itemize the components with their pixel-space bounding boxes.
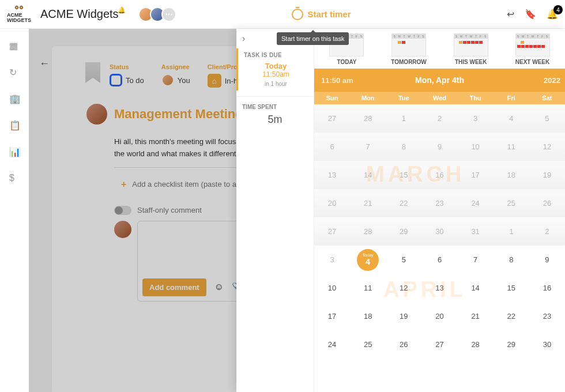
time-spent-value[interactable]: 5m [242,114,308,126]
start-timer-tooltip: Start timer on this task [277,32,349,45]
member-avatars[interactable]: ⋯ [142,7,176,22]
tasks-icon[interactable]: 📋 [9,120,20,130]
undo-icon[interactable]: ↩ [507,9,514,20]
calendar-day[interactable]: 27 [421,330,457,359]
calendar-day[interactable]: 19 [386,302,421,330]
due-day[interactable]: Today [244,62,308,70]
calendar-day[interactable]: 6 [314,133,350,161]
calendar-day[interactable]: 28 [350,217,386,246]
reports-icon[interactable]: 📊 [9,146,20,157]
preset-this-week[interactable]: SMTWTFS THIS WEEK [454,33,488,65]
calendar-day[interactable]: 28 [350,104,386,133]
calendar-day[interactable]: 11 [494,133,529,161]
calendar-day[interactable]: 20 [314,189,350,217]
calendar-day[interactable]: 27 [314,217,350,246]
calendar-day[interactable]: 23 [529,302,565,330]
recent-icon[interactable]: ↻ [9,67,20,77]
calendar-day[interactable]: 21 [350,189,386,217]
due-date-panel: › TASK IS DUE Today 11:50am in 1 hour TI… [236,29,565,392]
board-icon[interactable]: ▦ [9,40,20,51]
calendar-day[interactable]: 18 [350,302,386,330]
calendar-day[interactable]: 26 [386,330,421,359]
calendar-day[interactable]: 5 [386,246,421,274]
company-name: ACME Widgets 🔔 [40,7,119,21]
calendar-day[interactable]: 16 [529,274,565,302]
calendar-day[interactable]: Today4 [350,246,386,274]
calendar-day[interactable]: 20 [421,302,457,330]
notif-count: 4 [553,5,563,14]
time-spent-label: TIME SPENT [242,104,308,110]
calendar-day[interactable]: 25 [350,330,386,359]
calendar-day[interactable]: 1 [494,217,529,246]
topbar: ACMEWIDGETS ACME Widgets 🔔 ⋯ Start timer… [0,0,565,29]
avatar-more[interactable]: ⋯ [161,7,176,22]
calendar-day[interactable]: 22 [494,302,529,330]
calendar-day[interactable]: 26 [529,189,565,217]
preset-next-week[interactable]: SMTWTFS NEXT WEEK [515,33,550,65]
calendar-day[interactable]: 13 [314,161,350,189]
calendar-day[interactable]: 9 [529,246,565,274]
calendar-day[interactable]: 12 [386,274,421,302]
calendar-day[interactable]: 1 [386,104,421,133]
stopwatch-icon [292,9,303,20]
calendar-day[interactable]: 17 [314,302,350,330]
logo[interactable]: ACMEWIDGETS [7,6,31,22]
calendar-day[interactable]: 23 [421,189,457,217]
left-rail: ▦ ↻ 🏢 📋 📊 $ [0,29,29,392]
calendar-day[interactable]: 27 [314,104,350,133]
calendar-day[interactable]: 13 [421,274,457,302]
calendar-day[interactable]: 30 [529,330,565,359]
calendar-day[interactable]: 3 [458,104,494,133]
calendar-day[interactable]: 17 [458,161,494,189]
calendar-day[interactable]: 7 [458,246,494,274]
calendar-day[interactable]: 2 [529,217,565,246]
calendar-day[interactable]: 15 [494,274,529,302]
calendar-day[interactable]: 16 [421,161,457,189]
calendar-day[interactable]: 8 [494,246,529,274]
calendar-day[interactable]: 24 [458,189,494,217]
calendar-day[interactable]: 28 [458,330,494,359]
calendar-date: Mon, Apr 4th [415,76,464,85]
calendar-day[interactable]: 3 [314,246,350,274]
calendar-day[interactable]: 11 [350,274,386,302]
calendar-day[interactable]: 14 [350,161,386,189]
task-due-label: TASK IS DUE [244,52,308,58]
projects-icon[interactable]: 🏢 [9,93,20,104]
calendar-day[interactable]: 24 [314,330,350,359]
calendar-day[interactable]: 31 [458,217,494,246]
calendar-day[interactable]: 21 [458,302,494,330]
calendar-day[interactable]: 7 [350,133,386,161]
calendar-day[interactable]: 14 [458,274,494,302]
calendar-day[interactable]: 25 [494,189,529,217]
start-timer-button[interactable]: Start timer [292,9,351,20]
calendar-day[interactable]: 22 [386,189,421,217]
dow-row: Sun Mon Tue Wed Thu Fri Sat [314,92,565,104]
calendar-day[interactable]: 10 [314,274,350,302]
calendar-day[interactable]: 15 [386,161,421,189]
calendar-day[interactable]: 18 [494,161,529,189]
preset-tomorrow[interactable]: SMTWTFS TOMORROW [391,33,426,65]
calendar-day[interactable]: 2 [421,104,457,133]
due-relative: in 1 hour [244,81,308,87]
calendar-day[interactable]: 6 [421,246,457,274]
calendar-year: 2022 [544,76,560,85]
billing-icon[interactable]: $ [9,173,20,183]
today-marker[interactable]: Today4 [357,249,379,271]
calendar-day[interactable]: 8 [386,133,421,161]
calendar-day[interactable]: 12 [529,133,565,161]
due-time[interactable]: 11:50am [244,70,308,78]
calendar-day[interactable]: 5 [529,104,565,133]
calendar-day[interactable]: 19 [529,161,565,189]
calendar-day[interactable]: 29 [494,330,529,359]
company-bell-icon[interactable]: 🔔 [118,6,126,14]
bookmark-icon[interactable]: 🔖 [525,9,536,20]
calendar-grid: MARCH APRIL 2728123456789101112131415161… [314,104,565,392]
calendar-day[interactable]: 9 [421,133,457,161]
calendar-header: 11:50 am Mon, Apr 4th 2022 [314,69,565,92]
notifications-icon[interactable]: 🔔4 [547,9,558,20]
calendar-time[interactable]: 11:50 am [321,76,353,85]
calendar-day[interactable]: 29 [386,217,421,246]
calendar-day[interactable]: 4 [494,104,529,133]
calendar-day[interactable]: 30 [421,217,457,246]
calendar-day[interactable]: 10 [458,133,494,161]
